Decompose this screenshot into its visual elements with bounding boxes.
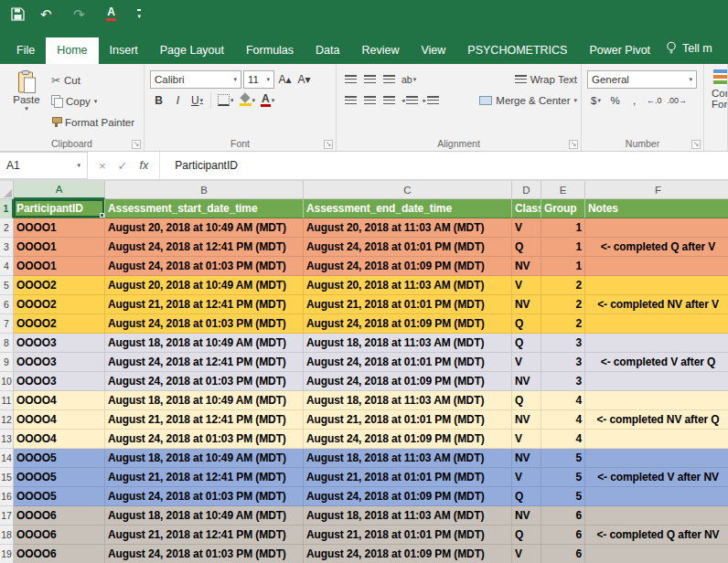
cell-C15[interactable]: August 21, 2018 at 01:01 PM (MDT)	[304, 468, 512, 487]
cell-F3[interactable]: <- completed Q after V	[585, 238, 728, 257]
cell-D3[interactable]: Q	[512, 238, 541, 257]
row-number[interactable]: 5	[0, 276, 14, 295]
orientation-button[interactable]: ab ▾	[400, 70, 418, 89]
cell-C17[interactable]: August 18, 2018 at 11:03 AM (MDT)	[304, 506, 512, 526]
cut-button[interactable]: ✂ Cut	[51, 70, 134, 90]
cell-A3[interactable]: OOOO1	[14, 238, 105, 257]
cell-B2[interactable]: August 20, 2018 at 10:49 AM (MDT)	[105, 218, 304, 238]
number-format-select[interactable]: General ▾	[587, 70, 697, 89]
cell-C12[interactable]: August 21, 2018 at 01:01 PM (MDT)	[304, 410, 512, 430]
cell-D8[interactable]: Q	[512, 334, 541, 353]
cell-C5[interactable]: August 20, 2018 at 11:03 AM (MDT)	[304, 276, 512, 295]
tell-me-box[interactable]: Tell m	[662, 41, 728, 64]
underline-button[interactable]: U ▾	[188, 91, 206, 110]
cell-F12[interactable]: <- completed NV after Q	[585, 410, 728, 430]
row-number[interactable]: 11	[0, 391, 14, 410]
cell-A13[interactable]: OOOO4	[14, 430, 105, 449]
customize-qat-button[interactable]: ▾	[137, 9, 141, 19]
cell-A19[interactable]: OOOO6	[14, 545, 105, 563]
cell-E13[interactable]: 4	[541, 430, 585, 449]
tab-power-pivot[interactable]: Power Pivot	[578, 37, 661, 64]
borders-button[interactable]: ▾	[216, 91, 236, 110]
cell-F16[interactable]	[585, 487, 728, 506]
row-number[interactable]: 15	[0, 468, 14, 487]
cell-C16[interactable]: August 24, 2018 at 01:09 PM (MDT)	[304, 487, 512, 506]
cell-F9[interactable]: <- completed V after Q	[585, 353, 728, 372]
increase-indent-button[interactable]: ▸	[422, 91, 442, 110]
align-middle-button[interactable]	[361, 70, 379, 89]
cell-C13[interactable]: August 24, 2018 at 01:09 PM (MDT)	[304, 430, 512, 449]
cell-F14[interactable]	[585, 449, 728, 468]
cell-E9[interactable]: 3	[541, 353, 585, 372]
cell-B16[interactable]: August 24, 2018 at 01:03 PM (MDT)	[105, 487, 304, 506]
cell-E5[interactable]: 2	[541, 276, 585, 295]
fill-color-button[interactable]: ▾	[238, 91, 258, 110]
cell-D12[interactable]: NV	[512, 410, 541, 430]
conditional-formatting-button[interactable]: Con Form	[704, 64, 728, 151]
cell-E11[interactable]: 4	[541, 391, 585, 410]
cell-C6[interactable]: August 21, 2018 at 01:01 PM (MDT)	[304, 295, 512, 314]
cell-F7[interactable]	[585, 314, 728, 334]
row-number[interactable]: 7	[0, 314, 14, 334]
row-number[interactable]: 1	[0, 199, 14, 218]
cell-C4[interactable]: August 24, 2018 at 01:09 PM (MDT)	[304, 257, 512, 276]
align-bottom-button[interactable]	[380, 70, 398, 89]
cell-D19[interactable]: V	[512, 545, 541, 563]
cell-B7[interactable]: August 24, 2018 at 01:03 PM (MDT)	[105, 314, 304, 334]
cell-A4[interactable]: OOOO1	[14, 257, 105, 276]
increase-decimal-button[interactable]: ←.0	[645, 91, 664, 110]
cell-C18[interactable]: August 21, 2018 at 01:01 PM (MDT)	[304, 526, 512, 545]
row-number[interactable]: 12	[0, 410, 14, 430]
tab-view[interactable]: View	[410, 37, 456, 64]
align-right-button[interactable]	[380, 91, 398, 110]
cell-B9[interactable]: August 24, 2018 at 12:41 PM (MDT)	[105, 353, 304, 372]
row-number[interactable]: 13	[0, 430, 14, 449]
cell-A15[interactable]: OOOO5	[14, 468, 105, 487]
row-number[interactable]: 6	[0, 295, 14, 314]
cell-E12[interactable]: 4	[541, 410, 585, 430]
cell-F17[interactable]	[585, 506, 728, 526]
cell-C1[interactable]: Assessment_end_date_time	[304, 199, 512, 218]
cell-B3[interactable]: August 24, 2018 at 12:41 PM (MDT)	[105, 238, 304, 257]
enter-icon[interactable]: ✓	[118, 159, 128, 173]
cell-F10[interactable]	[585, 372, 728, 391]
alignment-dialog-launcher[interactable]: ↘	[569, 140, 578, 149]
row-number[interactable]: 3	[0, 238, 14, 257]
copy-button[interactable]: Copy ▾	[51, 91, 134, 111]
cell-D17[interactable]: NV	[512, 506, 541, 526]
cell-C8[interactable]: August 18, 2018 at 11:03 AM (MDT)	[304, 334, 512, 353]
tab-page-layout[interactable]: Page Layout	[149, 37, 235, 64]
font-color-button[interactable]: A ▾	[259, 91, 276, 110]
cell-B10[interactable]: August 24, 2018 at 01:03 PM (MDT)	[105, 372, 304, 391]
cell-F1[interactable]: Notes	[585, 199, 728, 218]
row-number[interactable]: 4	[0, 257, 14, 276]
cell-C19[interactable]: August 24, 2018 at 01:09 PM (MDT)	[304, 545, 512, 563]
insert-function-icon[interactable]: fx	[140, 159, 149, 172]
cell-C3[interactable]: August 24, 2018 at 01:01 PM (MDT)	[304, 238, 512, 257]
format-painter-button[interactable]: Format Painter	[51, 112, 134, 132]
cell-E16[interactable]: 5	[541, 487, 585, 506]
cell-B4[interactable]: August 24, 2018 at 01:03 PM (MDT)	[105, 257, 304, 276]
cell-B17[interactable]: August 18, 2018 at 10:49 AM (MDT)	[105, 506, 304, 526]
cell-A6[interactable]: OOOO2	[14, 295, 105, 314]
tab-formulas[interactable]: Formulas	[235, 37, 305, 64]
row-number[interactable]: 8	[0, 334, 14, 353]
font-name-select[interactable]: Calibri ▾	[150, 70, 241, 89]
align-center-button[interactable]	[361, 91, 379, 110]
row-number[interactable]: 9	[0, 353, 14, 372]
cell-D9[interactable]: V	[512, 353, 541, 372]
cell-B19[interactable]: August 24, 2018 at 01:03 PM (MDT)	[105, 545, 304, 563]
cell-E8[interactable]: 3	[541, 334, 585, 353]
row-number[interactable]: 14	[0, 449, 14, 468]
redo-button[interactable]: ↷▾	[73, 7, 91, 21]
cell-D10[interactable]: NV	[512, 372, 541, 391]
tab-insert[interactable]: Insert	[99, 37, 149, 64]
cell-D2[interactable]: V	[512, 218, 541, 238]
cell-A2[interactable]: OOOO1	[14, 218, 105, 238]
cell-E2[interactable]: 1	[541, 218, 585, 238]
paste-button[interactable]: Paste ▾	[5, 69, 48, 135]
cell-A16[interactable]: OOOO5	[14, 487, 105, 506]
cell-E4[interactable]: 1	[541, 257, 585, 276]
font-size-select[interactable]: 11 ▾	[243, 70, 274, 89]
accounting-format-button[interactable]: $ ▾	[587, 91, 605, 110]
